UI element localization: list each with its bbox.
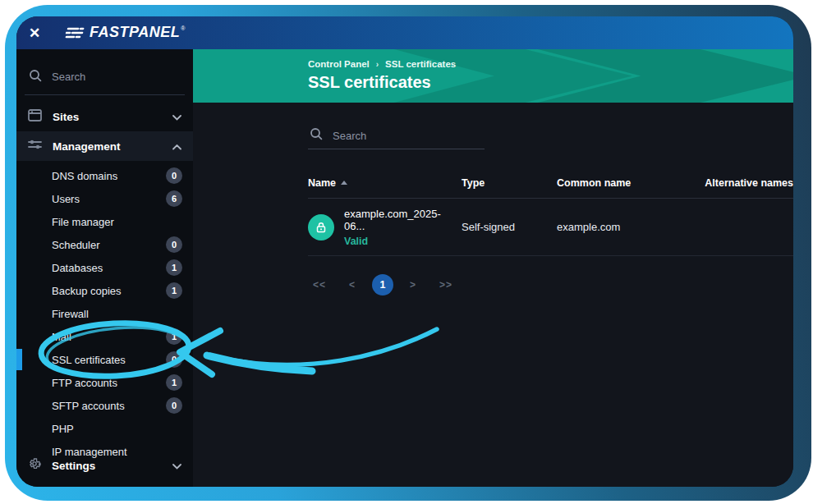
certificate-cell: example.com_2025-06... Valid [308, 208, 462, 247]
breadcrumb-link-control-panel[interactable]: Control Panel [308, 59, 370, 69]
certificates-table: Name Type Common name Alternative names [308, 167, 793, 256]
content-area: Name Type Common name Alternative names [193, 103, 793, 296]
main-panel: Control Panel › SSL certificates SSL cer… [193, 49, 793, 487]
active-item-indicator [16, 349, 22, 370]
table-row[interactable]: example.com_2025-06... Valid Self-signed… [308, 199, 793, 256]
sidebar-item-databases[interactable]: Databases 1 [16, 256, 193, 279]
screenshot-stage: ✕ FASTPANEL ® [0, 0, 813, 504]
sidebar-section-label: Management [53, 140, 172, 153]
pagination-prev-button[interactable]: < [338, 279, 367, 291]
sidebar-item-label: SFTP accounts [52, 400, 166, 412]
sites-icon [28, 109, 42, 125]
count-badge: 1 [166, 328, 182, 345]
fastpanel-app-window: ✕ FASTPANEL ® [16, 16, 793, 487]
column-label: Name [308, 177, 336, 189]
sidebar-item-firewall[interactable]: Firewall [16, 302, 193, 325]
breadcrumb: Control Panel › SSL certificates [308, 59, 793, 69]
certificate-common-name: example.com [557, 221, 688, 233]
sidebar-item-sftp-accounts[interactable]: SFTP accounts 0 [16, 394, 193, 417]
column-header-common-name[interactable]: Common name [557, 177, 688, 189]
certificate-type: Self-signed [462, 221, 557, 233]
search-icon [29, 69, 42, 85]
sidebar-item-label: PHP [52, 423, 182, 435]
sidebar-search[interactable] [25, 59, 185, 95]
sidebar-search-input[interactable] [52, 71, 167, 83]
logo-text: FASTPANEL [90, 24, 180, 41]
sidebar-item-label: Backup copies [52, 285, 166, 297]
column-header-type[interactable]: Type [462, 177, 557, 189]
sidebar-item-php[interactable]: PHP [16, 417, 193, 440]
sliders-icon [28, 139, 42, 153]
chevron-up-icon [172, 139, 181, 153]
sidebar-item-label: File manager [52, 216, 182, 228]
count-badge: 0 [166, 167, 182, 184]
sidebar-item-mail[interactable]: Mail 1 [16, 325, 193, 348]
column-header-name[interactable]: Name [308, 177, 462, 189]
sort-ascending-icon [341, 181, 347, 185]
sidebar-section-sites[interactable]: Sites [16, 102, 193, 131]
certificate-status-valid: Valid [344, 236, 462, 247]
breadcrumb-current: SSL certificates [385, 59, 456, 69]
count-badge: 0 [166, 397, 182, 414]
page-header-band: Control Panel › SSL certificates SSL cer… [193, 49, 793, 103]
sidebar-section-settings[interactable]: Settings [16, 451, 193, 480]
count-badge: 0 [166, 351, 182, 368]
sidebar-section-management[interactable]: Management [16, 131, 193, 161]
table-header-row: Name Type Common name Alternative names [308, 167, 793, 199]
sidebar-item-dns-domains[interactable]: DNS domains 0 [16, 164, 193, 187]
sidebar-item-file-manager[interactable]: File manager [16, 210, 193, 233]
page-title: SSL certificates [308, 73, 793, 92]
sidebar-item-label: SSL certificates [52, 354, 166, 366]
count-badge: 1 [166, 282, 182, 299]
registered-trademark: ® [181, 25, 185, 31]
close-icon[interactable]: ✕ [26, 25, 43, 41]
sidebar-item-label: Scheduler [52, 239, 166, 251]
fastpanel-logo[interactable]: FASTPANEL ® [66, 24, 185, 43]
management-item-list: DNS domains 0 Users 6 File manager Sched… [16, 161, 193, 463]
sidebar-item-backup-copies[interactable]: Backup copies 1 [16, 279, 193, 302]
sidebar-item-scheduler[interactable]: Scheduler 0 [16, 233, 193, 256]
lock-icon [308, 214, 334, 241]
pagination-current-page[interactable]: 1 [372, 274, 393, 296]
sidebar-section-label: Settings [52, 460, 172, 472]
count-badge: 1 [166, 259, 182, 276]
sidebar: Sites Management DNS domains 0 [16, 49, 193, 487]
sidebar-item-label: Databases [52, 262, 166, 274]
column-header-alternative-names[interactable]: Alternative names [688, 177, 793, 189]
sidebar-item-users[interactable]: Users 6 [16, 187, 193, 210]
sidebar-item-ftp-accounts[interactable]: FTP accounts 1 [16, 371, 193, 394]
sidebar-section-label: Sites [53, 111, 172, 123]
pagination-last-button[interactable]: >> [428, 279, 464, 291]
search-icon [310, 127, 323, 144]
sidebar-item-label: FTP accounts [52, 377, 166, 389]
pagination-first-button[interactable]: << [308, 279, 338, 291]
sidebar-item-label: Firewall [52, 308, 182, 320]
sidebar-item-label: DNS domains [52, 170, 166, 182]
count-badge: 6 [166, 190, 182, 207]
top-bar: ✕ FASTPANEL ® [16, 16, 793, 49]
count-badge: 0 [166, 236, 182, 253]
table-search[interactable] [308, 122, 485, 149]
chevron-down-icon [172, 458, 181, 473]
pagination: << < 1 > >> [308, 274, 793, 296]
certificate-name[interactable]: example.com_2025-06... [344, 208, 462, 232]
chevron-down-icon [172, 109, 181, 124]
table-search-input[interactable] [333, 130, 472, 142]
sidebar-item-label: Mail [52, 331, 166, 343]
gear-icon [28, 457, 41, 474]
breadcrumb-separator: › [376, 60, 379, 69]
pagination-next-button[interactable]: > [398, 279, 428, 291]
sidebar-item-label: Users [52, 193, 166, 205]
count-badge: 1 [166, 374, 182, 391]
sidebar-item-ssl-certificates[interactable]: SSL certificates 0 [16, 348, 193, 371]
speed-lines-icon [66, 26, 84, 43]
